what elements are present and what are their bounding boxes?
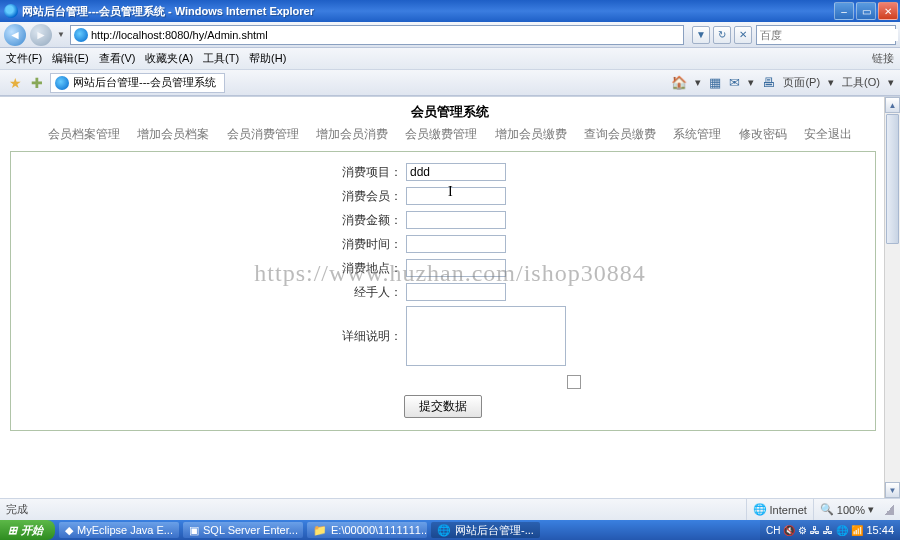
menu-tools[interactable]: 工具(T)	[203, 51, 239, 66]
scroll-thumb[interactable]	[886, 114, 899, 244]
system-header: 会员管理系统	[0, 97, 900, 124]
resize-handle[interactable]	[567, 375, 581, 389]
nav-change-password[interactable]: 修改密码	[739, 127, 787, 141]
consume-form: 消费项目： I 消费会员： 消费金额： 消费时间： 消费地点： 经手人： 详细说…	[10, 151, 876, 431]
minimize-button[interactable]: –	[834, 2, 854, 20]
print-icon[interactable]: 🖶	[762, 75, 775, 90]
system-nav: 会员档案管理 增加会员档案 会员消费管理 增加会员消费 会员缴费管理 增加会员缴…	[0, 124, 900, 149]
home-icon[interactable]: 🏠	[671, 75, 687, 90]
vertical-scrollbar[interactable]: ▲ ▼	[884, 97, 900, 498]
menu-favorites[interactable]: 收藏夹(A)	[145, 51, 193, 66]
status-bar: 完成 🌐Internet 🔍100% ▾	[0, 498, 900, 520]
nav-payment-add[interactable]: 增加会员缴费	[495, 127, 567, 141]
amount-label: 消费金额：	[11, 210, 406, 230]
status-zoom[interactable]: 🔍100% ▾	[813, 499, 880, 520]
go-dropdown[interactable]: ▼	[692, 26, 710, 44]
desc-textarea[interactable]	[406, 306, 566, 366]
tab-icon	[55, 76, 69, 90]
taskbar-item-explorer[interactable]: 📁E:\00000\1111111...	[307, 522, 427, 538]
taskbar-item-sqlserver[interactable]: ▣SQL Server Enter...	[183, 522, 303, 538]
tray-lang-icon[interactable]: CH	[766, 525, 780, 536]
globe-icon: 🌐	[753, 503, 767, 516]
maximize-button[interactable]: ▭	[856, 2, 876, 20]
item-input[interactable]	[406, 163, 506, 181]
links-label[interactable]: 链接	[872, 51, 894, 66]
nav-consume-manage[interactable]: 会员消费管理	[227, 127, 299, 141]
close-button[interactable]: ✕	[878, 2, 898, 20]
scroll-up-icon[interactable]: ▲	[885, 97, 900, 113]
nav-consume-add[interactable]: 增加会员消费	[316, 127, 388, 141]
ie-icon	[4, 4, 18, 18]
nav-members-manage[interactable]: 会员档案管理	[48, 127, 120, 141]
nav-payment-query[interactable]: 查询会员缴费	[584, 127, 656, 141]
tray-net1-icon[interactable]: 🖧	[810, 525, 820, 536]
magnifier-icon: 🔍	[820, 503, 834, 516]
menu-file[interactable]: 文件(F)	[6, 51, 42, 66]
refresh-button[interactable]: ↻	[713, 26, 731, 44]
nav-payment-manage[interactable]: 会员缴费管理	[405, 127, 477, 141]
menu-help[interactable]: 帮助(H)	[249, 51, 286, 66]
start-button[interactable]: ⊞ 开始	[0, 520, 55, 540]
windows-taskbar: ⊞ 开始 ◆MyEclipse Java E... ▣SQL Server En…	[0, 520, 900, 540]
tabbar: ★ ✚ 网站后台管理---会员管理系统 🏠▾ ▦ ✉▾ 🖶 页面(P)▾ 工具(…	[0, 70, 900, 96]
amount-input[interactable]	[406, 211, 506, 229]
resize-grip-icon[interactable]	[884, 505, 894, 515]
system-tray[interactable]: CH 🔇 ⚙ 🖧 🖧 🌐 📶 15:44	[760, 520, 900, 540]
tray-gear-icon[interactable]: ⚙	[798, 525, 807, 536]
item-label: 消费项目：	[11, 162, 406, 182]
status-done: 完成	[6, 502, 28, 517]
page-content: 会员管理系统 会员档案管理 增加会员档案 会员消费管理 增加会员消费 会员缴费管…	[0, 96, 900, 498]
member-label: 消费会员：	[11, 186, 406, 206]
navigation-bar: ◄ ► ▼ ▼ ↻ ✕ 🔍	[0, 22, 900, 48]
submit-button[interactable]: 提交数据	[404, 395, 482, 418]
tray-signal-icon[interactable]: 📶	[851, 525, 863, 536]
nav-system[interactable]: 系统管理	[673, 127, 721, 141]
place-label: 消费地点：	[11, 258, 406, 278]
tray-vol-icon[interactable]: 🔇	[783, 525, 795, 536]
place-input[interactable]	[406, 259, 506, 277]
handler-label: 经手人：	[11, 282, 406, 302]
time-label: 消费时间：	[11, 234, 406, 254]
tray-net2-icon[interactable]: 🖧	[823, 525, 833, 536]
scroll-down-icon[interactable]: ▼	[885, 482, 900, 498]
feed-icon[interactable]: ▦	[709, 75, 721, 90]
menu-edit[interactable]: 编辑(E)	[52, 51, 89, 66]
mail-icon[interactable]: ✉	[729, 75, 740, 90]
tools-menu[interactable]: 工具(O)	[842, 75, 880, 90]
search-input[interactable]	[760, 29, 898, 41]
address-bar[interactable]	[70, 25, 684, 45]
search-box[interactable]: 🔍	[756, 25, 896, 45]
url-input[interactable]	[91, 29, 683, 41]
member-input[interactable]	[406, 187, 506, 205]
menubar: 文件(F) 编辑(E) 查看(V) 收藏夹(A) 工具(T) 帮助(H) 链接	[0, 48, 900, 70]
nav-safe-exit[interactable]: 安全退出	[804, 127, 852, 141]
tray-clock[interactable]: 15:44	[866, 524, 894, 536]
forward-button[interactable]: ►	[30, 24, 52, 46]
browser-tab[interactable]: 网站后台管理---会员管理系统	[50, 73, 225, 93]
window-titlebar: 网站后台管理---会员管理系统 - Windows Internet Explo…	[0, 0, 900, 22]
tab-title: 网站后台管理---会员管理系统	[73, 75, 216, 90]
status-zone: 🌐Internet	[746, 499, 813, 520]
desc-label: 详细说明：	[11, 306, 406, 366]
nav-members-add[interactable]: 增加会员档案	[137, 127, 209, 141]
taskbar-item-myeclipse[interactable]: ◆MyEclipse Java E...	[59, 522, 179, 538]
history-dropdown[interactable]: ▼	[56, 30, 66, 39]
stop-button[interactable]: ✕	[734, 26, 752, 44]
taskbar-item-ie[interactable]: 🌐网站后台管理-...	[431, 522, 540, 538]
favorites-icon[interactable]: ★	[6, 74, 24, 92]
menu-view[interactable]: 查看(V)	[99, 51, 136, 66]
page-menu[interactable]: 页面(P)	[783, 75, 820, 90]
time-input[interactable]	[406, 235, 506, 253]
back-button[interactable]: ◄	[4, 24, 26, 46]
window-title: 网站后台管理---会员管理系统 - Windows Internet Explo…	[22, 4, 834, 19]
add-favorite-icon[interactable]: ✚	[28, 74, 46, 92]
handler-input[interactable]	[406, 283, 506, 301]
site-icon	[74, 28, 88, 42]
tray-globe-icon[interactable]: 🌐	[836, 525, 848, 536]
